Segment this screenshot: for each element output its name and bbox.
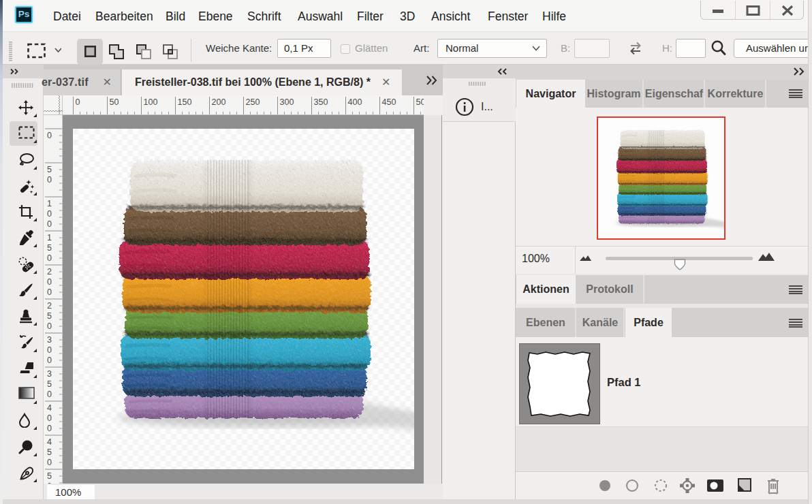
svg-text:5: 5: [47, 243, 52, 253]
svg-text:0: 0: [47, 390, 52, 399]
svg-text:350: 350: [314, 97, 328, 107]
svg-text:400: 400: [348, 97, 362, 107]
svg-text:300: 300: [280, 97, 294, 107]
svg-text:150: 150: [178, 97, 192, 107]
svg-text:2: 2: [47, 267, 52, 277]
svg-text:500: 500: [416, 97, 424, 107]
svg-text:0: 0: [47, 345, 52, 355]
svg-text:0: 0: [47, 458, 52, 467]
svg-text:2: 2: [47, 301, 52, 311]
svg-text:3: 3: [47, 335, 52, 345]
svg-text:1: 1: [47, 233, 52, 242]
svg-text:5: 5: [47, 471, 52, 481]
svg-text:0: 0: [47, 131, 52, 140]
svg-text:0: 0: [47, 175, 52, 185]
svg-text:5: 5: [47, 311, 52, 321]
svg-text:1: 1: [47, 199, 52, 208]
svg-text:250: 250: [246, 97, 260, 107]
svg-text:0: 0: [47, 253, 52, 263]
svg-text:5: 5: [47, 165, 52, 174]
svg-text:4: 4: [47, 403, 52, 413]
svg-text:0: 0: [47, 219, 52, 229]
svg-text:50: 50: [110, 97, 119, 107]
svg-text:0: 0: [47, 424, 52, 433]
svg-text:200: 200: [212, 97, 226, 107]
svg-text:450: 450: [382, 97, 396, 107]
svg-text:0: 0: [47, 277, 52, 287]
svg-text:4: 4: [47, 437, 52, 447]
svg-text:3: 3: [47, 369, 52, 379]
svg-text:0: 0: [47, 413, 52, 423]
svg-text:0: 0: [47, 321, 52, 331]
svg-text:0: 0: [47, 209, 52, 219]
svg-text:0: 0: [47, 356, 52, 365]
svg-text:5: 5: [47, 447, 52, 457]
svg-text:0: 0: [47, 287, 52, 297]
svg-text:5: 5: [47, 379, 52, 389]
svg-text:0: 0: [76, 97, 80, 107]
svg-text:100: 100: [144, 97, 158, 107]
